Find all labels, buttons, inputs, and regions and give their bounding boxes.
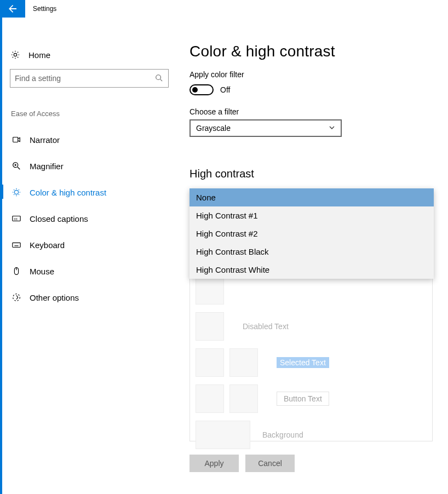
category-heading: Ease of Access (11, 110, 169, 118)
search-input[interactable] (15, 74, 155, 83)
svg-rect-3 (13, 137, 18, 142)
theme-option-hc2[interactable]: High Contrast #2 (189, 225, 434, 243)
apply-button[interactable]: Apply (189, 455, 239, 472)
color-swatch[interactable] (196, 276, 224, 305)
back-button[interactable] (0, 0, 25, 18)
brightness-icon (11, 187, 22, 198)
color-swatch[interactable] (229, 348, 258, 377)
swatch-row-selected: Selected Text (190, 344, 432, 381)
sidebar-item-color-high-contrast[interactable]: Color & high contrast (10, 180, 169, 204)
sidebar-item-label: Narrator (30, 135, 60, 145)
color-swatch[interactable] (196, 421, 250, 449)
svg-text:cc: cc (14, 217, 18, 221)
filter-combobox-value: Grayscale (196, 124, 231, 133)
action-buttons: Apply Cancel (189, 455, 295, 472)
sidebar: Home Ease of Access Narrator Magnifier C… (10, 45, 169, 312)
theme-dropdown[interactable]: None High Contrast #1 High Contrast #2 H… (189, 188, 434, 279)
apply-filter-toggle-row: Off (189, 84, 436, 95)
page-title: Color & high contrast (189, 43, 436, 60)
sidebar-item-narrator[interactable]: Narrator (10, 128, 169, 152)
keyboard-icon (11, 239, 22, 250)
color-swatch[interactable] (196, 312, 224, 341)
sidebar-item-label: Color & high contrast (30, 188, 106, 197)
magnifier-icon (11, 160, 22, 171)
svg-point-19 (13, 294, 20, 301)
color-swatch[interactable] (196, 384, 224, 413)
apply-filter-label: Apply color filter (189, 70, 436, 79)
theme-option-hcblack[interactable]: High Contrast Black (189, 243, 434, 261)
chevron-down-icon (329, 124, 335, 133)
theme-option-hc1[interactable]: High Contrast #1 (189, 206, 434, 225)
narrator-icon (11, 134, 22, 145)
high-contrast-heading: High contrast (189, 168, 436, 180)
nav-list: Narrator Magnifier Color & high contrast… (10, 128, 169, 309)
svg-point-1 (156, 75, 161, 80)
swatch-label: Background (262, 430, 303, 439)
window-title: Settings (25, 5, 56, 13)
sidebar-item-label: Keyboard (30, 240, 65, 250)
main-content: Color & high contrast Apply color filter… (189, 43, 436, 204)
sidebar-item-keyboard[interactable]: Keyboard (10, 233, 169, 257)
swatch-row-button: Button Text (190, 381, 432, 417)
swatch-label: Button Text (277, 392, 329, 406)
svg-point-0 (14, 53, 16, 56)
color-swatch[interactable] (196, 348, 224, 377)
arrow-left-icon (8, 4, 17, 13)
cancel-button[interactable]: Cancel (245, 455, 295, 472)
color-swatch[interactable] (229, 384, 258, 413)
sidebar-item-label: Magnifier (30, 162, 64, 171)
filter-combobox[interactable]: Grayscale (189, 119, 342, 137)
sidebar-item-mouse[interactable]: Mouse (10, 259, 169, 283)
toggle-state-label: Off (220, 85, 230, 94)
nav-home[interactable]: Home (10, 45, 169, 65)
swatch-row-background: Background (190, 417, 432, 453)
closed-captions-icon: cc (11, 213, 22, 224)
swatch-label: Disabled Text (243, 322, 289, 331)
sidebar-item-closed-captions[interactable]: cc Closed captions (10, 206, 169, 231)
sidebar-item-label: Mouse (30, 267, 54, 276)
sidebar-item-label: Closed captions (30, 214, 88, 223)
toggle-knob (192, 87, 198, 93)
options-icon (11, 292, 22, 303)
sidebar-item-magnifier[interactable]: Magnifier (10, 154, 169, 178)
gear-icon (10, 49, 21, 60)
window-header: Settings (0, 0, 448, 18)
swatch-label: Selected Text (277, 357, 329, 368)
svg-point-8 (14, 190, 18, 194)
svg-line-2 (160, 79, 163, 82)
sidebar-item-other-options[interactable]: Other options (10, 285, 169, 309)
apply-filter-toggle[interactable] (189, 84, 214, 95)
mouse-icon (11, 266, 22, 277)
nav-home-label: Home (28, 50, 50, 60)
choose-filter-label: Choose a filter (189, 107, 436, 116)
sidebar-item-label: Other options (30, 293, 79, 302)
theme-option-hcwhite[interactable]: High Contrast White (189, 261, 434, 279)
svg-line-5 (18, 167, 20, 170)
theme-option-none[interactable]: None (189, 188, 434, 206)
accent-bar (0, 18, 2, 494)
svg-rect-11 (13, 243, 20, 247)
search-icon (155, 74, 164, 83)
search-box[interactable] (10, 69, 169, 88)
swatch-row-disabled: Disabled Text (190, 308, 432, 344)
